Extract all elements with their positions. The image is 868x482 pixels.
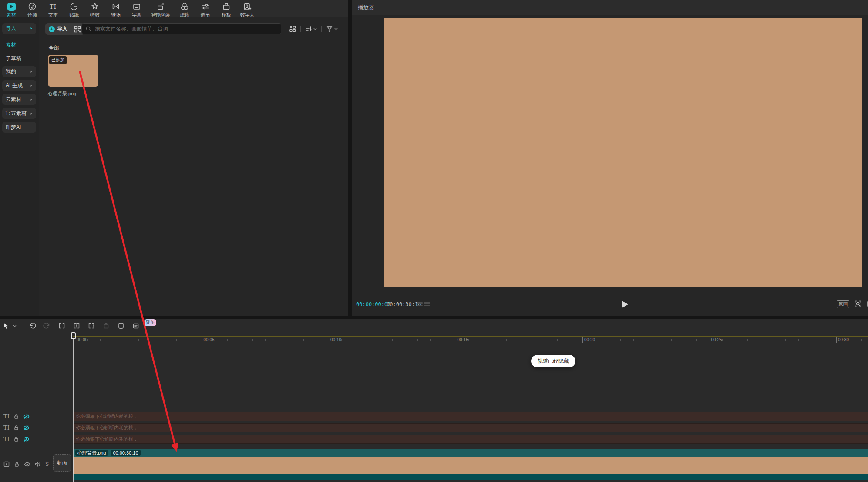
main-clip-footer[interactable] — [73, 474, 868, 480]
ruler-tick — [240, 339, 240, 341]
nav-adjust[interactable]: 调节 — [195, 0, 216, 18]
playhead-handle[interactable] — [71, 332, 76, 339]
track-list-icon — [424, 301, 430, 307]
mask-shield-icon[interactable] — [114, 320, 128, 331]
cover-button[interactable]: 封面 — [53, 454, 71, 472]
caption-icon — [132, 2, 141, 11]
eye-icon[interactable] — [24, 462, 30, 467]
export-doc-button[interactable] — [128, 320, 143, 331]
delete-button[interactable] — [99, 320, 114, 331]
sidebar-item-jimeng-ai[interactable]: 即梦AI — [2, 122, 36, 133]
digital-human-icon — [243, 2, 252, 11]
nav-transition[interactable]: 转场 — [105, 0, 126, 18]
filter-button[interactable] — [326, 25, 338, 32]
lock-icon[interactable] — [13, 436, 19, 442]
text-clip[interactable]: 你必须狠下心斩断内耗的根， — [73, 412, 868, 421]
nav-filter[interactable]: 滤镜 — [174, 0, 195, 18]
nav-caption[interactable]: 字幕 — [126, 0, 147, 18]
solo-track-button[interactable]: S — [45, 461, 49, 467]
search-input[interactable] — [94, 25, 277, 32]
sidebar-item-label: 即梦AI — [6, 124, 21, 131]
ruler-tick — [811, 339, 811, 341]
nav-template[interactable]: 模板 — [216, 0, 237, 18]
eye-hidden-icon[interactable] — [23, 414, 30, 419]
ruler-tick — [481, 339, 481, 341]
eye-hidden-icon[interactable] — [23, 436, 30, 442]
ruler-tick — [380, 339, 380, 341]
original-quality-button[interactable]: 原画 — [837, 300, 849, 308]
ruler-tick — [659, 339, 659, 341]
player-controls: 00:00:00:00 00:00:30:10 原画 — [352, 298, 868, 310]
ruler-tick — [138, 339, 139, 341]
ruler-tick — [608, 339, 608, 341]
chevron-down-icon — [29, 84, 33, 87]
nav-smart-pack[interactable]: 智能包装 — [147, 0, 174, 18]
ruler-tick — [126, 339, 126, 341]
sidebar-item-label: AI 生成 — [6, 82, 23, 89]
ruler-tick — [735, 339, 735, 341]
text-clip[interactable]: 你必须狠下心斩断内耗的根， — [73, 435, 868, 444]
split-right-button[interactable] — [84, 320, 99, 331]
tab-all[interactable]: 全部 — [49, 44, 59, 52]
nav-label: 特效 — [90, 12, 100, 18]
ruler-tick — [354, 339, 354, 341]
grid-view-icon[interactable] — [289, 25, 296, 32]
sidebar-item-subdraft[interactable]: 子草稿 — [6, 55, 21, 62]
video-track-icon — [3, 461, 10, 467]
text-icon: TI — [49, 2, 57, 11]
text-clip[interactable]: 你必须狠下心斩断内耗的根， — [73, 423, 868, 432]
chevron-down-icon — [29, 98, 33, 101]
nav-media[interactable]: 素材 — [1, 0, 22, 18]
clip-duration-badge: 00:00:30:10 — [111, 450, 140, 456]
lock-icon[interactable] — [13, 425, 19, 431]
nav-effects[interactable]: 特效 — [84, 0, 105, 18]
ruler-tick — [367, 339, 367, 341]
playhead-line — [73, 338, 74, 482]
select-tool-button[interactable] — [2, 320, 10, 331]
text-clip-label: 你必须狠下心斩断内耗的根， — [76, 436, 138, 442]
main-clip-body[interactable] — [73, 457, 868, 474]
lock-icon[interactable] — [13, 414, 19, 419]
scan-import-icon[interactable] — [74, 26, 81, 33]
redo-button[interactable] — [40, 320, 54, 331]
split-left-button[interactable] — [69, 320, 84, 331]
sidebar-item-official-material[interactable]: 官方素材 — [2, 108, 36, 119]
chevron-down-icon — [13, 325, 17, 327]
nav-sticker[interactable]: 贴纸 — [64, 0, 84, 18]
panel-divider-vertical[interactable] — [348, 0, 352, 316]
player-panel: 播放器 00:00:00:00 00:00:30:10 原画 — [352, 0, 868, 316]
undo-button[interactable] — [25, 320, 40, 331]
nav-digital-human[interactable]: 数字人 — [237, 0, 258, 18]
media-item-card[interactable]: 已添加 — [48, 55, 98, 87]
ruler-label: 00:10 — [329, 337, 341, 343]
ruler-tick — [519, 339, 519, 341]
nav-audio[interactable]: 音频 — [22, 0, 43, 18]
ruler-tick — [532, 339, 532, 341]
lock-icon[interactable] — [14, 462, 20, 467]
sidebar-item-ai-generate[interactable]: AI 生成 — [2, 80, 36, 91]
timeline-ruler[interactable]: 00:0000:0500:1000:1500:2000:2500:30 — [73, 332, 868, 343]
sort-button[interactable] — [305, 25, 317, 32]
nav-text[interactable]: TI 文本 — [43, 0, 64, 18]
eye-hidden-icon[interactable] — [23, 425, 30, 431]
chevron-down-icon — [29, 71, 33, 73]
import-button[interactable]: + 导入 — [49, 25, 67, 33]
ruler-label: 00:15 — [456, 337, 468, 343]
ruler-tick — [696, 339, 697, 341]
split-button[interactable] — [54, 320, 69, 331]
panel-divider-horizontal[interactable] — [0, 316, 868, 319]
mute-speaker-icon[interactable] — [35, 462, 41, 467]
sidebar-item-material[interactable]: 素材 — [6, 41, 16, 48]
select-tool-dropdown[interactable] — [10, 320, 19, 331]
sidebar-item-mine[interactable]: 我的 — [2, 66, 36, 77]
divider — [300, 26, 301, 32]
ruler-tick — [316, 339, 316, 341]
sidebar-item-cloud-material[interactable]: 云素材 — [2, 94, 36, 105]
play-button[interactable] — [620, 299, 630, 310]
ruler-tick — [405, 339, 405, 341]
main-clip-header[interactable]: 心理背景.png 00:00:30:10 — [73, 449, 868, 457]
fit-screen-icon[interactable] — [854, 300, 862, 308]
search-box[interactable] — [82, 23, 281, 34]
ruler-tick — [545, 339, 545, 341]
sidebar-item-import[interactable]: 导入 — [2, 23, 36, 34]
